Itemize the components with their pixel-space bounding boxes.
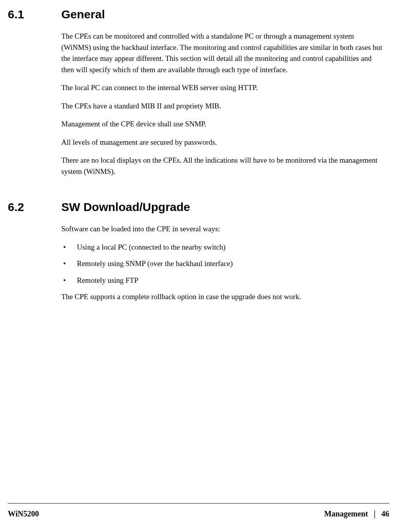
section-body-2: Software can be loaded into the CPE in s… — [61, 223, 382, 303]
bullet-icon: • — [61, 275, 77, 286]
footer-right: Management | 46 — [324, 509, 389, 518]
paragraph: The CPEs can be monitored and controlled… — [61, 31, 382, 75]
paragraph: There are no local displays on the CPEs.… — [61, 155, 382, 177]
footer-separator: | — [374, 509, 376, 518]
bullet-icon: • — [61, 258, 77, 270]
section-sw-download: 6.2 SW Download/Upgrade Software can be … — [8, 193, 389, 303]
section-general: 6.1 General The CPEs can be monitored an… — [8, 0, 389, 177]
paragraph: All levels of management are secured by … — [61, 137, 382, 148]
footer-product: WiN5200 — [8, 509, 39, 518]
section-body-1: The CPEs can be monitored and controlled… — [61, 31, 382, 177]
section-heading-1: 6.1 General — [8, 0, 389, 21]
section-heading-2: 6.2 SW Download/Upgrade — [8, 193, 389, 214]
paragraph: The CPEs have a standard MIB II and prop… — [61, 101, 382, 112]
page-content: 6.1 General The CPEs can be monitored an… — [0, 0, 397, 303]
paragraph-intro: Software can be loaded into the CPE in s… — [61, 223, 382, 235]
section-number-2: 6.2 — [8, 200, 61, 214]
bullet-icon: • — [61, 242, 77, 253]
paragraph-outro: The CPE supports a complete rollback opt… — [61, 291, 382, 303]
section-title-1: General — [61, 8, 105, 21]
section-number-1: 6.1 — [8, 8, 61, 21]
footer-chapter: Management — [324, 509, 368, 518]
paragraph: The local PC can connect to the internal… — [61, 82, 382, 94]
list-item: • Remotely using SNMP (over the backhaul… — [61, 258, 382, 270]
list-item: • Remotely using FTP — [61, 275, 382, 286]
bullet-list: • Using a local PC (connected to the nea… — [61, 242, 382, 286]
list-item: • Using a local PC (connected to the nea… — [61, 242, 382, 253]
paragraph: Management of the CPE device shall use S… — [61, 119, 382, 130]
bullet-text: Using a local PC (connected to the nearb… — [77, 242, 382, 253]
section-title-2: SW Download/Upgrade — [61, 200, 190, 214]
page-footer: WiN5200 Management | 46 — [8, 503, 389, 518]
bullet-text: Remotely using FTP — [77, 275, 382, 286]
bullet-text: Remotely using SNMP (over the backhaul i… — [77, 258, 382, 270]
footer-page-number: 46 — [381, 509, 389, 518]
